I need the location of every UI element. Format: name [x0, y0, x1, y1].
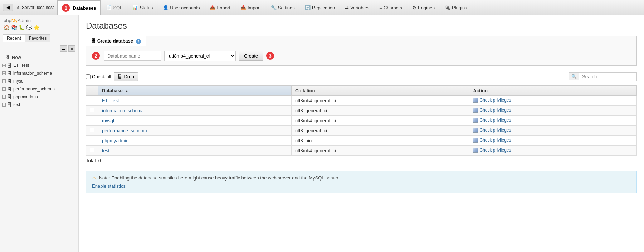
tab-plugins[interactable]: 🔌 Plugins: [440, 0, 472, 15]
tab-engines[interactable]: ⚙ Engines: [408, 0, 439, 15]
help-icon[interactable]: ?: [136, 39, 141, 44]
expand-phpmyadmin[interactable]: +: [2, 95, 6, 99]
create-db-label: Create database: [97, 38, 133, 44]
collation-select[interactable]: utf8mb4_general_ci utf8_general_ci utf8_…: [164, 51, 236, 61]
check-privileges-btn-performance_schema[interactable]: Check privileges: [473, 128, 511, 133]
row-checkbox-3[interactable]: [90, 128, 94, 132]
logo-star-icon[interactable]: ⭐: [34, 25, 40, 30]
db-link-phpmyadmin[interactable]: phpmyadmin: [102, 138, 128, 143]
status-icon: 📊: [132, 5, 138, 10]
db-icon-test: + 🗄: [2, 102, 11, 108]
step-1-badge: 1: [62, 4, 70, 12]
db-link-mysql[interactable]: mysql: [102, 118, 114, 123]
check-privileges-btn-information_schema[interactable]: Check privileges: [473, 108, 511, 113]
tab-settings[interactable]: 🔧 Settings: [266, 0, 299, 15]
tab-plugins-label: Plugins: [452, 5, 467, 10]
sidebar-new-item[interactable]: 🗄 New: [0, 53, 78, 61]
db-name-input[interactable]: [104, 51, 161, 61]
col-action[interactable]: Action: [469, 85, 637, 95]
expand-performance-schema[interactable]: +: [2, 87, 6, 91]
logo-forum-icon[interactable]: 💬: [26, 25, 32, 30]
engines-icon: ⚙: [412, 5, 416, 10]
tab-sql-label: SQL: [113, 5, 122, 10]
enable-statistics-link[interactable]: Enable statistics: [92, 183, 126, 189]
note-content: Note: Enabling the database statistics h…: [99, 175, 340, 181]
check-privileges-btn-test[interactable]: Check privileges: [473, 148, 511, 153]
check-privileges-btn-mysql[interactable]: Check privileges: [473, 118, 511, 123]
tab-import[interactable]: 📥 Import: [236, 0, 265, 15]
tab-status-label: Status: [140, 5, 153, 10]
logo: phpMyAdmin 🏠 📚 🐛 💬 ⭐: [0, 15, 78, 33]
create-db-tab[interactable]: 🗄 Create database ?: [86, 36, 146, 46]
drop-label: Drop: [124, 74, 134, 79]
drop-button[interactable]: 🗄 Drop: [114, 72, 138, 81]
sidebar-item-phpmyadmin[interactable]: + 🗄 phpmyadmin: [0, 93, 78, 101]
db-name-phpmyadmin: phpmyadmin: [13, 94, 38, 99]
sidebar-item-information-schema[interactable]: + 🗄 information_schema: [0, 69, 78, 77]
sidebar-collapse-btn[interactable]: ▬: [60, 45, 67, 52]
col-database[interactable]: Database ▲: [98, 85, 292, 95]
search-input[interactable]: [579, 73, 636, 81]
db-icon-performance-schema: + 🗄: [2, 86, 11, 92]
database-table: Database ▲ Collation Action ET_Testutf8m…: [86, 85, 637, 156]
tab-charsets[interactable]: ≡ Charsets: [375, 0, 407, 15]
db-link-performance_schema[interactable]: performance_schema: [102, 128, 147, 133]
user-accounts-icon: 👤: [163, 5, 169, 10]
tab-variables[interactable]: ⇄ Variables: [340, 0, 374, 15]
sidebar-item-test[interactable]: + 🗄 test: [0, 101, 78, 109]
tab-variables-label: Variables: [350, 5, 369, 10]
sidebar-item-performance-schema[interactable]: + 🗄 performance_schema: [0, 85, 78, 93]
expand-information-schema[interactable]: +: [2, 71, 6, 75]
tab-user-accounts[interactable]: 👤 User accounts: [158, 0, 204, 15]
collation-mysql: utf8mb4_general_ci: [291, 115, 469, 125]
tab-sql[interactable]: 📄 SQL: [101, 0, 127, 15]
tab-status[interactable]: 📊 Status: [128, 0, 157, 15]
db-link-ET_Test[interactable]: ET_Test: [102, 98, 119, 103]
db-name-et-test: ET_Test: [13, 63, 29, 68]
priv-icon-information_schema: [473, 108, 478, 113]
collation-phpmyadmin: utf8_bin: [291, 135, 469, 145]
logo-home-icon[interactable]: 🏠: [4, 25, 10, 30]
sidebar-tab-favorites[interactable]: Favorites: [25, 34, 50, 42]
check-all-label[interactable]: Check all: [86, 74, 111, 79]
expand-mysql[interactable]: +: [2, 79, 6, 83]
tab-replication[interactable]: 🔄 Replication: [300, 0, 340, 15]
logo-docs-icon[interactable]: 📚: [11, 25, 17, 30]
sidebar-item-et-test[interactable]: + 🗄 ET_Test: [0, 61, 78, 69]
create-button[interactable]: Create: [239, 51, 263, 61]
replication-icon: 🔄: [305, 5, 311, 10]
table-row: ET_Testutf8mb4_general_ciCheck privilege…: [86, 95, 637, 105]
sidebar-item-mysql[interactable]: + 🗄 mysql: [0, 77, 78, 85]
priv-icon-performance_schema: [473, 128, 478, 133]
db-link-test[interactable]: test: [102, 148, 109, 153]
col-collation[interactable]: Collation: [291, 85, 469, 95]
tab-export[interactable]: 📤 Export: [205, 0, 235, 15]
sidebar-tab-recent[interactable]: Recent: [3, 34, 25, 42]
row-checkbox-0[interactable]: [90, 98, 94, 102]
total-label: Total: 6: [86, 158, 101, 163]
sidebar-expand-btn[interactable]: ∞: [68, 45, 75, 52]
search-icon-btn[interactable]: 🔍: [569, 73, 579, 80]
check-privileges-btn-phpmyadmin[interactable]: Check privileges: [473, 138, 511, 143]
search-box: 🔍: [569, 72, 637, 81]
nav-tabs: 1 Databases 📄 SQL 📊 Status 👤 User accoun…: [57, 0, 641, 15]
db-name-mysql: mysql: [13, 79, 24, 84]
db-icon-information-schema: + 🗄: [2, 70, 11, 76]
collation-information_schema: utf8_general_ci: [291, 105, 469, 115]
expand-et-test[interactable]: +: [2, 64, 6, 67]
check-privileges-btn-ET_Test[interactable]: Check privileges: [473, 98, 511, 103]
back-button[interactable]: ◀: [3, 4, 13, 11]
row-checkbox-5[interactable]: [90, 148, 94, 152]
logo-admin: Admin: [18, 18, 31, 23]
tab-settings-label: Settings: [278, 5, 295, 10]
row-checkbox-1[interactable]: [90, 108, 94, 112]
db-link-information_schema[interactable]: information_schema: [102, 108, 144, 113]
expand-test[interactable]: +: [2, 103, 6, 107]
check-all-checkbox[interactable]: [86, 74, 91, 79]
logo-bug-icon[interactable]: 🐛: [19, 25, 25, 30]
row-checkbox-4[interactable]: [90, 138, 94, 142]
tab-databases[interactable]: 1 Databases: [57, 0, 101, 15]
logo-php: php: [4, 18, 11, 23]
row-checkbox-2[interactable]: [90, 118, 94, 122]
new-icon: 🗄: [5, 55, 10, 60]
